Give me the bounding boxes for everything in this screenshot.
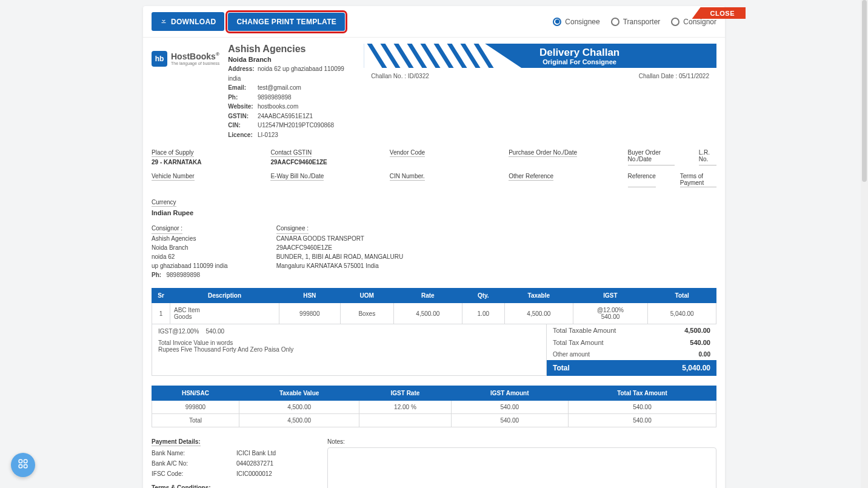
svg-rect-0 xyxy=(19,460,22,463)
document-sheet: DOWNLOAD CHANGE PRINT TEMPLATE Consignee… xyxy=(143,6,725,488)
tax-summary-table: HSN/SAC Taxable Value IGST Rate IGST Amo… xyxy=(152,386,716,427)
doc-title: Delivery Challan xyxy=(539,47,619,59)
radio-icon xyxy=(611,18,619,26)
amount-in-words: IGST@12.00% 540.00 Total Invoice Value i… xyxy=(152,324,547,376)
terms-payment-label: Terms of Payment xyxy=(680,173,716,187)
radio-icon xyxy=(553,18,561,26)
radio-label: Consignee xyxy=(565,18,599,26)
notes-label: Notes: xyxy=(327,438,345,445)
po-label: Purchase Order No./Date xyxy=(509,149,577,157)
challan-no: Challan No. : ID/0322 xyxy=(371,73,429,79)
svg-rect-1 xyxy=(24,460,27,463)
eway-label: E-Way Bill No./Date xyxy=(270,173,324,181)
logo-tagline: The language of business xyxy=(171,61,219,65)
logo: hb HostBooks® The language of business xyxy=(152,51,219,67)
logo-mark: hb xyxy=(152,51,167,67)
table-row: 9998004,500.0012.00 %540.00540.00 xyxy=(152,401,716,414)
payment-details: Payment Details: Bank Name:ICICI Bank Lt… xyxy=(152,438,309,488)
download-icon xyxy=(160,17,167,26)
radio-consignee[interactable]: Consignee xyxy=(553,18,599,26)
items-table: Sr Description HSN UOM Rate Qty. Taxable… xyxy=(152,288,716,324)
logo-name: HostBooks xyxy=(171,52,216,61)
contact-gstin: 29AACFC9460E1ZE xyxy=(270,159,359,165)
download-label: DOWNLOAD xyxy=(171,18,216,26)
close-button[interactable]: CLOSE xyxy=(692,7,746,19)
svg-rect-3 xyxy=(24,465,27,468)
consignee-block: Consignee : CANARA GOODS TRANSPORT 29AAC… xyxy=(276,224,404,279)
company-block: Ashish Agencies Noida Branch Address: no… xyxy=(228,44,355,139)
company-name: Ashish Agencies xyxy=(228,44,355,55)
info-grid: Place of Supply29 - KARNATAKA Contact GS… xyxy=(152,149,716,187)
download-button[interactable]: DOWNLOAD xyxy=(152,12,224,31)
change-template-button[interactable]: CHANGE PRINT TEMPLATE xyxy=(228,13,345,31)
svg-rect-2 xyxy=(19,465,22,468)
radio-transporter[interactable]: Transporter xyxy=(611,18,661,26)
buyer-order-label: Buyer Order No./Date xyxy=(628,149,675,165)
lr-label: L.R. No. xyxy=(699,149,716,165)
scrollbar[interactable] xyxy=(861,0,868,488)
radio-label: Transporter xyxy=(623,18,661,26)
otherref-label: Other Reference xyxy=(509,173,553,181)
toolbar: DOWNLOAD CHANGE PRINT TEMPLATE Consignee… xyxy=(143,6,725,38)
company-branch: Noida Branch xyxy=(228,56,355,63)
currency-value: Indian Rupee xyxy=(152,209,716,216)
grid-icon xyxy=(18,458,28,472)
challan-date: Challan Date : 05/11/2022 xyxy=(639,73,709,79)
table-row: 1 ABC ItemGoods 999800 Boxes 4,500.00 1.… xyxy=(152,303,716,324)
notes-section: Notes: xyxy=(327,438,716,488)
logo-reg: ® xyxy=(216,52,219,58)
table-row: Total4,500.00540.00540.00 xyxy=(152,414,716,427)
place-of-supply: 29 - KARNATAKA xyxy=(152,159,240,165)
vendor-code-label: Vendor Code xyxy=(390,149,425,157)
reference-label: Reference xyxy=(628,173,656,187)
change-template-label: CHANGE PRINT TEMPLATE xyxy=(236,18,336,26)
currency-label: Currency xyxy=(152,199,176,207)
notes-box xyxy=(327,447,716,488)
radio-icon xyxy=(671,18,679,26)
totals: Total Taxable Amount4,500.00 Total Tax A… xyxy=(547,324,716,376)
cin-label: CIN Number. xyxy=(390,173,425,181)
vehicle-label: Vehicle Number xyxy=(152,173,195,181)
doc-title-banner: Delivery Challan Original For Consignee xyxy=(364,44,716,68)
doc-subtitle: Original For Consignee xyxy=(542,58,616,65)
copy-type-radios: Consignee Transporter Consignor xyxy=(553,18,716,26)
consignor-block: Consignor : Ashish Agencies Noida Branch… xyxy=(152,224,228,279)
apps-fab[interactable] xyxy=(11,453,35,477)
terms-title: Terms & Conditions: xyxy=(152,484,211,488)
